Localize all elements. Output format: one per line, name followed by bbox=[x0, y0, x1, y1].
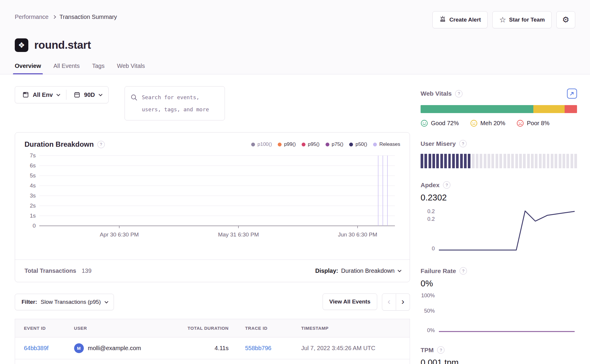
duration-breakdown-chart[interactable]: 7s6s5s4s3s2s1s0Apr 30 6:30 PMMay 31 6:30… bbox=[20, 151, 402, 254]
timestamp: Jul 7, 2022 3:45:26 AM UTC bbox=[295, 337, 410, 359]
help-icon[interactable]: ? bbox=[437, 346, 444, 354]
total-transactions: Total Transactions 139 bbox=[24, 267, 91, 274]
web-vitals-segment-poor[interactable] bbox=[565, 105, 577, 113]
page-filter-group: All Env 90D bbox=[15, 86, 109, 103]
breadcrumb-performance-link[interactable]: Performance bbox=[15, 14, 49, 20]
trace-id-link[interactable]: 558bb796 bbox=[245, 345, 272, 351]
legend-item-p99[interactable]: p99() bbox=[278, 141, 296, 147]
window-icon bbox=[22, 91, 29, 98]
display-value: Duration Breakdown bbox=[341, 267, 395, 274]
help-icon[interactable]: ? bbox=[459, 140, 467, 147]
misery-segment bbox=[429, 154, 431, 168]
help-icon[interactable]: ? bbox=[97, 141, 105, 148]
web-vitals-legend-poor: Poor 8% bbox=[517, 120, 550, 127]
misery-segment bbox=[480, 154, 482, 168]
svg-text:50%: 50% bbox=[424, 308, 435, 314]
svg-text:1s: 1s bbox=[30, 213, 36, 219]
display-mode-select[interactable]: Display: Duration Breakdown bbox=[315, 267, 400, 274]
date-range-value: 90D bbox=[84, 92, 95, 98]
meh-face-icon bbox=[470, 120, 478, 127]
settings-button[interactable]: ⚙ bbox=[556, 11, 575, 28]
chevron-down-icon bbox=[99, 92, 102, 96]
misery-segment bbox=[491, 154, 494, 168]
create-alert-button[interactable]: Create Alert bbox=[432, 11, 488, 28]
failure-rate-title: Failure Rate bbox=[421, 267, 456, 275]
column-header-total-duration: Total Duration bbox=[177, 319, 239, 337]
misery-segment bbox=[456, 154, 459, 168]
misery-segment bbox=[484, 154, 486, 168]
misery-segment bbox=[507, 154, 510, 168]
user-email: molli@example.com bbox=[88, 345, 141, 352]
web-vitals-bar[interactable] bbox=[421, 105, 577, 113]
web-vitals-segment-meh[interactable] bbox=[533, 105, 565, 113]
tab-overview[interactable]: Overview bbox=[15, 63, 41, 74]
svg-text:4s: 4s bbox=[30, 182, 36, 189]
chart-legend: p100()p99()p95()p75()p50()Releases bbox=[251, 141, 400, 147]
misery-segment bbox=[444, 154, 447, 168]
apdex-value: 0.2302 bbox=[421, 193, 577, 203]
misery-segment bbox=[543, 154, 545, 168]
svg-text:Apr 30 6:30 PM: Apr 30 6:30 PM bbox=[100, 231, 139, 238]
legend-dot bbox=[326, 143, 329, 146]
legend-item-Releases[interactable]: Releases bbox=[373, 141, 400, 147]
misery-segment bbox=[432, 154, 435, 168]
search-input[interactable]: Search for events, users, tags, and more bbox=[125, 86, 225, 120]
user-misery-bar[interactable] bbox=[421, 154, 577, 168]
star-icon: ☆ bbox=[499, 16, 506, 24]
apdex-sparkline: 0.20.20 bbox=[421, 205, 576, 254]
total-transactions-label: Total Transactions bbox=[24, 267, 76, 274]
table-row: e788fb7aCclary@example.com4.05s2fda2fbbJ… bbox=[15, 359, 410, 364]
misery-segment bbox=[571, 154, 573, 168]
slow-transactions-table: Event IDUserTotal DurationTrace IDTimest… bbox=[15, 319, 410, 364]
misery-segment bbox=[448, 154, 451, 168]
misery-segment bbox=[531, 154, 534, 168]
chevron-down-icon bbox=[56, 92, 60, 96]
gear-icon: ⚙ bbox=[562, 16, 569, 24]
misery-segment bbox=[440, 154, 443, 168]
svg-text:May 31 6:30 PM: May 31 6:30 PM bbox=[218, 231, 259, 238]
duration-breakdown-card: Duration Breakdown ? p100()p99()p95()p75… bbox=[15, 132, 410, 282]
tpm-title: TPM bbox=[421, 347, 434, 354]
help-icon[interactable]: ? bbox=[443, 181, 450, 189]
legend-item-p75[interactable]: p75() bbox=[326, 141, 344, 147]
timestamp: Jul 9, 2022 7:47:26 AM UTC bbox=[295, 359, 410, 364]
star-for-team-button[interactable]: ☆ Star for Team bbox=[492, 11, 551, 28]
search-placeholder: Search for events, users, tags, and more bbox=[142, 91, 219, 115]
tab-all-events[interactable]: All Events bbox=[53, 63, 80, 74]
failure-rate-value: 0% bbox=[421, 279, 577, 288]
web-vitals-legend-meh: Meh 20% bbox=[470, 120, 506, 127]
date-range-picker[interactable]: 90D bbox=[66, 91, 108, 98]
previous-page-button[interactable]: ‹ bbox=[382, 293, 396, 311]
next-page-button[interactable]: › bbox=[396, 293, 410, 311]
tab-web-vitals[interactable]: Web Vitals bbox=[117, 63, 145, 74]
breadcrumb-chevron-icon bbox=[52, 15, 56, 19]
svg-text:0.2: 0.2 bbox=[427, 208, 435, 214]
misery-segment bbox=[547, 154, 550, 168]
legend-dot bbox=[302, 143, 305, 146]
help-icon[interactable]: ? bbox=[455, 90, 462, 97]
transactions-filter-button[interactable]: Filter: Slow Transactions (p95) bbox=[15, 294, 114, 310]
svg-text:6s: 6s bbox=[30, 162, 36, 169]
misery-segment bbox=[504, 154, 506, 168]
help-icon[interactable]: ? bbox=[460, 267, 467, 275]
legend-item-p95[interactable]: p95() bbox=[302, 141, 320, 147]
misery-segment bbox=[535, 154, 537, 168]
legend-item-p100[interactable]: p100() bbox=[251, 141, 272, 147]
web-vitals-segment-good[interactable] bbox=[421, 105, 533, 113]
svg-text:3s: 3s bbox=[30, 192, 36, 199]
misery-segment bbox=[468, 154, 470, 168]
breadcrumb-current: Transaction Summary bbox=[60, 14, 117, 20]
duration-breakdown-title: Duration Breakdown bbox=[24, 140, 94, 148]
misery-segment bbox=[472, 154, 475, 168]
view-all-events-button[interactable]: View All Events bbox=[323, 293, 377, 310]
tab-tags[interactable]: Tags bbox=[92, 63, 104, 74]
environment-picker[interactable]: All Env bbox=[15, 91, 66, 98]
create-alert-label: Create Alert bbox=[449, 17, 481, 23]
open-web-vitals-icon[interactable] bbox=[567, 89, 577, 99]
project-platform-icon: ❖ bbox=[15, 38, 28, 52]
column-header-user: User bbox=[68, 319, 177, 337]
user-misery-section: User Misery ? bbox=[421, 140, 577, 168]
event-id-link[interactable]: 64bb389f bbox=[24, 345, 48, 351]
chevron-down-icon bbox=[398, 268, 401, 272]
legend-item-p50[interactable]: p50() bbox=[349, 141, 367, 147]
